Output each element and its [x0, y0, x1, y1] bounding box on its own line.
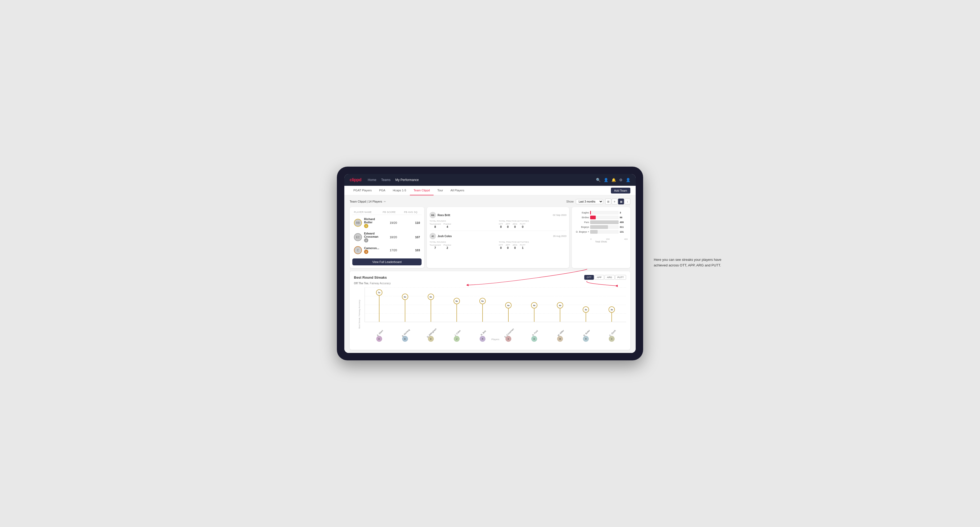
putt-value: 0	[520, 225, 525, 229]
streaks-header: Best Round Streaks OTT APP ARG PUTT	[354, 275, 626, 280]
bar-track	[590, 225, 619, 229]
view-full-leaderboard-button[interactable]: View Full Leaderboard	[352, 259, 422, 265]
avatar: RB	[354, 219, 362, 227]
tab-tour[interactable]: Tour	[434, 186, 447, 195]
tournament-label: Tournament	[430, 244, 441, 246]
team-header: Team Clippd | 14 Players ✏ Show Last 3 m…	[350, 198, 630, 205]
tournament-value: 8	[430, 225, 441, 229]
team-name: Team Clippd | 14 Players	[350, 200, 382, 203]
bar-label: Eagles	[574, 211, 589, 214]
lb-header: PLAYER NAME PB SCORE PB AVG SQ	[352, 210, 422, 215]
player-info: RB Richard Butler 1	[354, 217, 383, 228]
card-header: JC Josh Coles 26 Aug 2023	[430, 233, 566, 239]
annotation-text: Here you can see streaks your players ha…	[654, 257, 723, 268]
player-name-label: M. Miller	[557, 329, 565, 337]
nav-teams[interactable]: Teams	[381, 178, 390, 182]
player-column: 7xE. EbertE	[366, 287, 392, 322]
rank-badge: 2	[364, 238, 368, 243]
settings-icon[interactable]: ⚙	[619, 178, 623, 182]
rounds-label: Total Rounds	[430, 241, 497, 243]
list-item: RB Rees Britt 02 Sep 2023 Total Rounds T…	[430, 210, 566, 231]
streak-btn-app[interactable]: APP	[594, 275, 604, 280]
arg-stat: ARG 0	[513, 223, 517, 229]
player-column: 5xJ. ColesJ	[444, 287, 469, 322]
tab-pga[interactable]: PGA	[375, 186, 389, 195]
pb-score: 17/20	[383, 249, 404, 252]
bar-label: D. Bogeys +	[574, 230, 589, 233]
player-name-label: D. Ford	[532, 330, 538, 337]
putt-value: 1	[520, 246, 525, 249]
pb-score: 19/20	[383, 221, 404, 224]
bar-track	[590, 211, 619, 214]
bar-fill	[590, 221, 619, 224]
player-column: 4xE. CrossmanE	[495, 287, 521, 322]
activities-row: OTT 0 APP 0 ARG 0	[499, 244, 566, 249]
tab-hcaps[interactable]: Hcaps 1-5	[389, 186, 410, 195]
player-column: 3xC. QuickC	[599, 287, 625, 322]
player-column: 6xD. BillinghamD	[418, 287, 444, 322]
streak-btn-ott[interactable]: OTT	[584, 275, 594, 280]
player-details: Edward Crossman 2	[364, 232, 383, 243]
middle-panel: RB Rees Britt 02 Sep 2023 Total Rounds T…	[427, 207, 569, 268]
bar-row-bogeys: Bogeys 311	[574, 225, 628, 229]
tablet-screen: clippd Home Teams My Performance 🔍 👤 🔔 ⚙…	[344, 174, 636, 353]
ott-label: OTT	[499, 223, 503, 225]
streak-bubble: 4x	[557, 302, 563, 308]
bar-row-eagles: Eagles 3	[574, 211, 628, 214]
arg-value: 0	[513, 225, 517, 229]
nav-links: Home Teams My Performance	[368, 178, 590, 182]
practice-stat: Practice 2	[444, 244, 451, 249]
streak-bubble: 3x	[583, 306, 589, 313]
nav-home[interactable]: Home	[368, 178, 376, 182]
app-label: APP	[506, 244, 510, 246]
app-label: APP	[506, 223, 510, 225]
player-column: 6xB. McHergB	[392, 287, 418, 322]
period-select[interactable]: Last 3 months Last 6 months Last 12 mont…	[576, 199, 603, 204]
player-avatar-bottom: J	[454, 336, 460, 342]
nav-my-performance[interactable]: My Performance	[395, 178, 418, 182]
player-avatar-bottom: M	[557, 336, 563, 342]
rounds-label: Total Rounds	[430, 220, 497, 222]
streak-bar	[379, 292, 379, 322]
streak-btn-arg[interactable]: ARG	[605, 275, 615, 280]
right-panel: Eagles 3 Birdies 96	[572, 207, 630, 268]
tab-team-clippd[interactable]: Team Clippd	[410, 186, 434, 195]
tab-all-players[interactable]: All Players	[447, 186, 468, 195]
list-view-btn[interactable]: ≡	[612, 198, 617, 205]
rounds-stat-group: Total Rounds Tournament 7 Practice 2	[430, 241, 497, 249]
player-column: 4xD. FordD	[522, 287, 547, 322]
y-axis-label: Best Streak, Fairway Accuracy	[358, 300, 361, 329]
bar-label: Bogeys	[574, 226, 589, 229]
bar-track	[590, 230, 619, 234]
player-avatar-bottom: E	[506, 336, 511, 342]
col-pb-score: PB SCORE	[383, 211, 404, 213]
table-view-btn[interactable]: ↕	[625, 198, 630, 205]
leaderboard-panel: PLAYER NAME PB SCORE PB AVG SQ RB Richar…	[350, 207, 424, 268]
show-controls: Show Last 3 months Last 6 months Last 12…	[566, 198, 630, 205]
avatar: EC	[354, 233, 362, 241]
grid-view-btn[interactable]: ⊞	[605, 198, 611, 205]
arg-label: ARG	[513, 244, 517, 246]
player-name-label: R. Butler	[583, 329, 590, 337]
user-icon[interactable]: 👤	[604, 178, 608, 182]
activities-row: OTT 0 APP 0 ARG 0	[499, 223, 566, 229]
card-header: RB Rees Britt 02 Sep 2023	[430, 212, 566, 218]
streak-btn-putt[interactable]: PUTT	[615, 275, 626, 280]
app-stat: APP 0	[506, 244, 510, 249]
pb-avg: 103	[404, 249, 420, 252]
edit-icon[interactable]: ✏	[384, 200, 386, 203]
card-stats: Total Rounds Tournament 8 Practice 4	[430, 220, 566, 229]
rank-badge: 1	[364, 224, 368, 228]
bar-value: 131	[620, 230, 628, 233]
search-icon[interactable]: 🔍	[596, 178, 600, 182]
avatar: C	[354, 246, 362, 254]
tab-pgat-players[interactable]: PGAT Players	[350, 186, 375, 195]
x-axis-200: 200	[606, 238, 609, 240]
player-avatar-bottom: E	[376, 336, 382, 342]
add-team-button[interactable]: Add Team	[611, 187, 630, 194]
practice-label: Practice	[444, 223, 451, 225]
card-view-btn[interactable]: ▦	[618, 198, 624, 205]
bell-icon[interactable]: 🔔	[611, 178, 616, 182]
avatar-icon[interactable]: 👤	[626, 178, 630, 182]
streak-bubble: 5x	[479, 298, 486, 304]
